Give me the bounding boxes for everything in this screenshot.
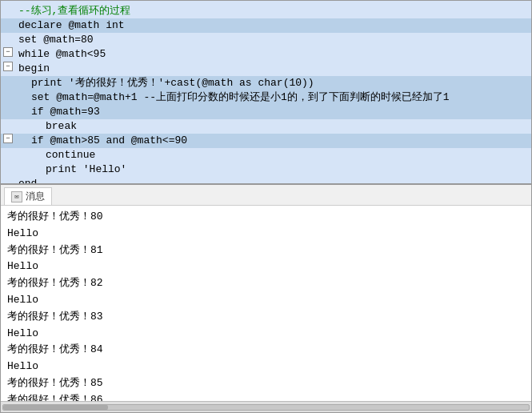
code-line: --练习,查看循环的过程	[1, 4, 531, 18]
code-line: −while @math<95	[1, 47, 531, 62]
bottom-scrollbar-thumb[interactable]	[3, 405, 108, 410]
line-text: break	[17, 119, 77, 134]
message-line: 考的很好！优秀！82	[7, 275, 525, 292]
fold-button[interactable]: −	[3, 134, 13, 143]
message-line: Hello	[7, 259, 525, 275]
line-text: declare @math int	[17, 18, 125, 33]
code-line: −begin	[1, 62, 531, 76]
bottom-scrollbar-track[interactable]	[2, 404, 530, 411]
code-line: end	[1, 177, 531, 183]
line-gutter: −	[1, 134, 17, 143]
message-line: Hello	[7, 359, 525, 375]
line-text: if @math=93	[17, 105, 100, 119]
message-tab-icon: ✉	[11, 191, 22, 202]
line-text: begin	[17, 62, 50, 76]
line-gutter: −	[1, 47, 17, 57]
line-text: while @math<95	[17, 47, 106, 62]
fold-button[interactable]: −	[3, 47, 13, 57]
code-area[interactable]: --练习,查看循环的过程declare @math intset @math=8…	[1, 1, 531, 183]
code-line: continue	[1, 148, 531, 162]
message-line: Hello	[7, 292, 525, 309]
message-line: 考的很好！优秀！84	[7, 342, 525, 359]
message-tab-label: 消息	[26, 190, 45, 203]
line-text: print 'Hello'	[17, 162, 126, 177]
message-line: 考的很好！优秀！81	[7, 243, 525, 259]
line-text: set @math=@math+1 --上面打印分数的时候还是小1的，到了下面判…	[17, 90, 450, 105]
line-text: --练习,查看循环的过程	[17, 4, 130, 18]
line-text: end	[17, 177, 37, 183]
message-line: 考的很好！优秀！86	[7, 392, 525, 401]
line-text: set @math=80	[17, 33, 94, 47]
message-line: 考的很好！优秀！83	[7, 309, 525, 326]
message-line: 考的很好！优秀！85	[7, 375, 525, 392]
code-editor: --练习,查看循环的过程declare @math intset @math=8…	[1, 1, 531, 185]
message-line: Hello	[7, 226, 525, 243]
fold-button[interactable]: −	[3, 62, 13, 71]
message-tab[interactable]: ✉ 消息	[4, 187, 52, 205]
line-text: continue	[17, 148, 95, 162]
code-line: −if @math>85 and @math<=90	[1, 134, 531, 148]
message-line: Hello	[7, 326, 525, 343]
message-content[interactable]: 考的很好！优秀！80Hello考的很好！优秀！81Hello考的很好！优秀！82…	[1, 206, 531, 401]
line-gutter: −	[1, 62, 17, 71]
bottom-scrollbar[interactable]	[1, 401, 531, 412]
main-container: --练习,查看循环的过程declare @math intset @math=8…	[0, 0, 532, 413]
code-line: set @math=80	[1, 33, 531, 47]
code-horizontal-scrollbar[interactable]	[1, 183, 531, 185]
code-line: set @math=@math+1 --上面打印分数的时候还是小1的，到了下面判…	[1, 90, 531, 105]
line-text: print '考的很好！优秀！'+cast(@math as char(10))	[17, 76, 314, 90]
code-line: print 'Hello'	[1, 162, 531, 177]
message-line: 考的很好！优秀！80	[7, 209, 525, 226]
code-line: if @math=93	[1, 105, 531, 119]
message-panel: ✉ 消息 考的很好！优秀！80Hello考的很好！优秀！81Hello考的很好！…	[1, 185, 531, 412]
line-text: if @math>85 and @math<=90	[17, 134, 187, 148]
code-line: declare @math int	[1, 18, 531, 33]
code-line: break	[1, 119, 531, 134]
message-tab-bar: ✉ 消息	[1, 185, 531, 206]
code-line: print '考的很好！优秀！'+cast(@math as char(10))	[1, 76, 531, 90]
